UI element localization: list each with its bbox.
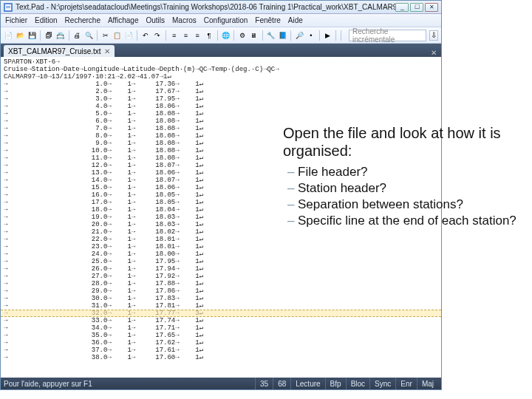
menu-recherche[interactable]: Recherche	[65, 16, 100, 24]
bullet-text: File header?	[298, 164, 368, 180]
toolbar: 📄📂💾🗐📇🖨🔍✂📋📄↶↷≡≡≡¶🌐⚙🖥🔧📘🔎•▶Recherche incrém…	[1, 27, 441, 44]
overlay-bullet: –Specific line at the end of each statio…	[287, 213, 521, 229]
toolbar-button-2[interactable]: 💾	[27, 30, 38, 41]
toolbar-button-23[interactable]: ▶	[323, 30, 333, 41]
svg-rect-3	[6, 7, 10, 8]
toolbar-button-16[interactable]: 🌐	[221, 30, 231, 41]
tab-label: XBT_CALMAR97_Cruise.txt	[8, 47, 101, 55]
menu-aide[interactable]: Aide	[288, 16, 303, 24]
menu-fichier[interactable]: Fichier	[5, 16, 27, 24]
toolbar-button-17[interactable]: ⚙	[237, 30, 248, 41]
status-bfp: Bfp	[325, 378, 346, 389]
toolbar-button-5[interactable]: 🖨	[72, 30, 83, 41]
close-button[interactable]: ✕	[425, 3, 438, 12]
window-title: Text.Pad - N:\projets\seadatacloud\Meeti…	[16, 3, 395, 11]
status-maj: Maj	[417, 378, 438, 389]
svg-rect-2	[6, 6, 10, 7]
highlighted-line	[1, 310, 441, 317]
toolbar-separator	[233, 30, 234, 41]
toolbar-button-21[interactable]: 🔎	[294, 30, 304, 41]
toolbar-button-13[interactable]: ≡	[180, 30, 191, 41]
toolbar-button-11[interactable]: ↷	[152, 30, 163, 41]
dash-icon: –	[287, 197, 298, 213]
toolbar-button-20[interactable]: 📘	[278, 30, 288, 41]
incremental-search-input[interactable]: Recherche incrémentale	[349, 30, 426, 41]
maximize-button[interactable]: ☐	[410, 3, 423, 12]
toolbar-button-7[interactable]: ✂	[100, 30, 111, 41]
toolbar-separator	[166, 30, 166, 41]
toolbar-separator	[69, 30, 69, 41]
toolbar-separator	[137, 30, 137, 41]
app-icon	[4, 3, 13, 12]
status-sync: Sync	[369, 378, 395, 389]
status-lecture: Lecture	[290, 378, 324, 389]
overlay-list: –File header?–Station header?–Separation…	[283, 164, 521, 229]
bullet-text: Separation between stations?	[298, 197, 463, 213]
toolbar-separator	[40, 30, 41, 41]
status-col: 68	[273, 378, 290, 389]
menu-edition[interactable]: Edition	[35, 16, 58, 24]
toolbar-button-12[interactable]: ≡	[169, 30, 180, 41]
dash-icon: –	[287, 180, 298, 197]
minimize-button[interactable]: ⎯	[395, 3, 409, 12]
overlay-bullet: –Station header?	[287, 180, 521, 197]
toolbar-button-1[interactable]: 📂	[16, 30, 26, 41]
toolbar-button-15[interactable]: ¶	[204, 30, 214, 41]
toolbar-separator	[290, 30, 291, 41]
toolbar-button-22[interactable]: •	[306, 30, 316, 41]
toolbar-button-4[interactable]: 📇	[55, 30, 66, 41]
menu-macros[interactable]: Macros	[172, 16, 197, 24]
toolbar-separator	[217, 30, 218, 41]
toolbar-separator	[341, 30, 341, 41]
menu-fenêtre[interactable]: Fenêtre	[255, 16, 280, 24]
menu-outils[interactable]: Outils	[146, 16, 165, 24]
menubar: FichierEditionRechercheAffichageOutilsMa…	[1, 14, 441, 27]
panel-close-icon[interactable]: ✕	[426, 49, 441, 57]
tabbar: XBT_CALMAR97_Cruise.txt ✕ ✕	[1, 44, 441, 57]
toolbar-separator	[262, 30, 263, 41]
status-help: Pour l'aide, appuyer sur F1	[4, 380, 255, 388]
dash-icon: –	[287, 213, 298, 229]
status-line: 35	[255, 378, 273, 389]
menu-affichage[interactable]: Affichage	[108, 16, 139, 24]
status-enr: Enr	[395, 378, 417, 389]
menu-configuration[interactable]: Configuration	[204, 16, 248, 24]
toolbar-separator	[319, 30, 320, 41]
instruction-overlay: Open the file and look at how it is orga…	[283, 124, 521, 229]
toolbar-button-18[interactable]: 🖥	[249, 30, 259, 41]
toolbar-button-19[interactable]: 🔧	[266, 30, 276, 41]
titlebar: Text.Pad - N:\projets\seadatacloud\Meeti…	[1, 1, 441, 14]
toolbar-button-0[interactable]: 📄	[4, 30, 14, 41]
toolbar-separator	[97, 30, 98, 41]
toolbar-button-9[interactable]: 📄	[124, 30, 134, 41]
bullet-text: Station header?	[298, 180, 386, 197]
toolbar-button-10[interactable]: ↶	[140, 30, 151, 41]
overlay-heading: Open the file and look at how it is orga…	[283, 124, 521, 160]
dash-icon: –	[287, 164, 298, 180]
overlay-bullet: –File header?	[287, 164, 521, 180]
toolbar-button-3[interactable]: 🗐	[44, 30, 54, 41]
file-tab[interactable]: XBT_CALMAR97_Cruise.txt ✕	[4, 45, 115, 57]
toolbar-button-6[interactable]: 🔍	[83, 30, 94, 41]
overlay-bullet: –Separation between stations?	[287, 197, 521, 213]
bullet-text: Specific line at the end of each station…	[298, 213, 516, 229]
search-dropdown-icon[interactable]: ⇩	[429, 30, 438, 41]
statusbar: Pour l'aide, appuyer sur F1 35 68 Lectur…	[1, 378, 441, 389]
tab-close-icon[interactable]: ✕	[104, 47, 110, 55]
toolbar-button-14[interactable]: ≡	[192, 30, 202, 41]
toolbar-button-8[interactable]: 📋	[112, 30, 123, 41]
toolbar-separator	[335, 30, 336, 41]
status-bloc: Bloc	[346, 378, 369, 389]
